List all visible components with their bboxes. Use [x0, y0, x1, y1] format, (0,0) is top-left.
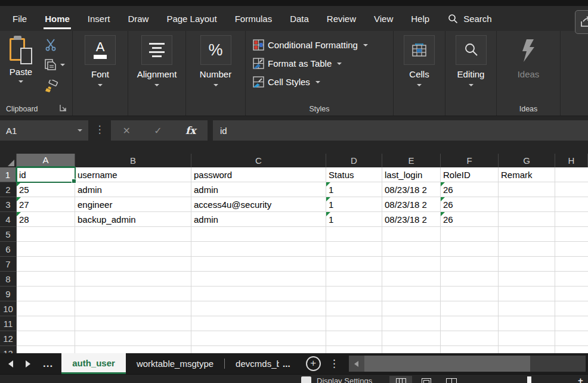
cell-e2[interactable]: 08/23/18 2	[382, 182, 441, 197]
cell[interactable]	[326, 301, 382, 316]
cell-h1[interactable]	[555, 167, 588, 182]
row-header-10[interactable]: 10	[0, 301, 17, 316]
cell[interactable]	[326, 316, 382, 331]
cell[interactable]	[17, 287, 75, 301]
sheet-list-ellipsis[interactable]: ...	[43, 358, 53, 370]
cell[interactable]	[326, 346, 382, 353]
cell-h3[interactable]	[555, 197, 588, 212]
share-button[interactable]	[575, 10, 588, 34]
number-group-button[interactable]: % Number	[186, 31, 245, 116]
column-header-b[interactable]: B	[75, 154, 191, 167]
cell-f4[interactable]: 26	[441, 212, 499, 227]
insert-function-button[interactable]: fx	[185, 124, 196, 136]
tab-help[interactable]: Help	[402, 6, 438, 31]
cell-f1[interactable]: RoleID	[441, 167, 499, 182]
cell-g4[interactable]	[499, 212, 555, 227]
tab-draw[interactable]: Draw	[119, 6, 157, 31]
cell-b1[interactable]: username	[75, 167, 191, 182]
cell[interactable]	[555, 242, 588, 257]
cell[interactable]	[191, 287, 326, 301]
cell-f3[interactable]: 26	[441, 197, 499, 212]
page-break-view-button[interactable]	[446, 378, 457, 383]
tab-view[interactable]: View	[365, 6, 402, 31]
cell[interactable]	[17, 301, 75, 316]
cell-a1-selected[interactable]: id	[17, 167, 75, 182]
cell[interactable]	[326, 272, 382, 287]
cell[interactable]	[17, 242, 75, 257]
cell[interactable]	[75, 287, 191, 301]
conditional-formatting-button[interactable]: Conditional Formatting	[253, 36, 393, 54]
cell[interactable]	[499, 242, 555, 257]
cell[interactable]	[499, 316, 555, 331]
cell-e1[interactable]: last_login	[382, 167, 441, 182]
cell-styles-button[interactable]: Cell Styles	[253, 73, 393, 91]
cell[interactable]	[555, 316, 588, 331]
paste-button[interactable]: Paste	[5, 36, 37, 83]
cell[interactable]	[191, 346, 326, 353]
column-header-e[interactable]: E	[382, 154, 441, 167]
cell[interactable]	[75, 346, 191, 353]
cell[interactable]	[499, 257, 555, 272]
column-header-c[interactable]: C	[191, 154, 326, 167]
name-box[interactable]: A1	[0, 120, 88, 141]
cells-group-button[interactable]: Cells	[394, 31, 445, 116]
cell-b3[interactable]: engineer	[75, 197, 191, 212]
cell[interactable]	[382, 316, 441, 331]
cell-c3[interactable]: access4u@security	[191, 197, 326, 212]
format-as-table-button[interactable]: Format as Table	[253, 54, 393, 73]
cell-d4[interactable]: 1	[326, 212, 382, 227]
cell[interactable]	[382, 301, 441, 316]
row-header-5[interactable]: 5	[0, 227, 17, 242]
column-header-a[interactable]: A	[17, 154, 75, 167]
display-settings-button[interactable]: Display Settings	[317, 376, 372, 383]
ideas-button[interactable]: Ideas	[497, 31, 560, 79]
cell[interactable]	[499, 331, 555, 346]
horizontal-scrollbar[interactable]	[349, 356, 586, 372]
editing-group-button[interactable]: Editing	[445, 31, 496, 116]
cell-b2[interactable]: admin	[75, 182, 191, 197]
font-group-button[interactable]: A Font	[73, 31, 128, 116]
cell[interactable]	[382, 346, 441, 353]
cell[interactable]	[17, 331, 75, 346]
cell[interactable]	[499, 346, 555, 353]
alignment-group-button[interactable]: Alignment	[128, 31, 185, 116]
cell[interactable]	[441, 346, 499, 353]
cell[interactable]	[75, 316, 191, 331]
cell[interactable]	[555, 272, 588, 287]
cell[interactable]	[441, 227, 499, 242]
cell[interactable]	[191, 272, 326, 287]
row-header-1[interactable]: 1	[0, 167, 17, 182]
column-header-d[interactable]: D	[326, 154, 382, 167]
cell-a3[interactable]: 27	[17, 197, 75, 212]
cell[interactable]	[441, 242, 499, 257]
cell[interactable]	[191, 301, 326, 316]
format-painter-button[interactable]	[44, 80, 58, 93]
column-header-f[interactable]: F	[441, 154, 499, 167]
cell[interactable]	[75, 272, 191, 287]
row-header-13[interactable]: 13	[0, 346, 17, 353]
cell[interactable]	[17, 272, 75, 287]
new-sheet-button[interactable]: +	[306, 356, 321, 371]
cell-h4[interactable]	[555, 212, 588, 227]
cell[interactable]	[17, 227, 75, 242]
cell[interactable]	[326, 331, 382, 346]
scroll-left-button[interactable]	[349, 356, 364, 372]
row-header-4[interactable]: 4	[0, 212, 17, 227]
page-layout-view-button[interactable]	[422, 378, 431, 383]
cell-c4[interactable]: admin	[191, 212, 326, 227]
cell[interactable]	[555, 331, 588, 346]
cell-c1[interactable]: password	[191, 167, 326, 182]
cell[interactable]	[17, 257, 75, 272]
cell[interactable]	[17, 346, 75, 353]
cell-g2[interactable]	[499, 182, 555, 197]
row-header-3[interactable]: 3	[0, 197, 17, 212]
cell[interactable]	[555, 301, 588, 316]
cell[interactable]	[555, 346, 588, 353]
cell-f2[interactable]: 26	[441, 182, 499, 197]
tab-formulas[interactable]: Formulas	[226, 6, 281, 31]
cell[interactable]	[382, 287, 441, 301]
cell-g3[interactable]	[499, 197, 555, 212]
cell[interactable]	[191, 227, 326, 242]
cell[interactable]	[499, 301, 555, 316]
cell-b4[interactable]: backup_admin	[75, 212, 191, 227]
